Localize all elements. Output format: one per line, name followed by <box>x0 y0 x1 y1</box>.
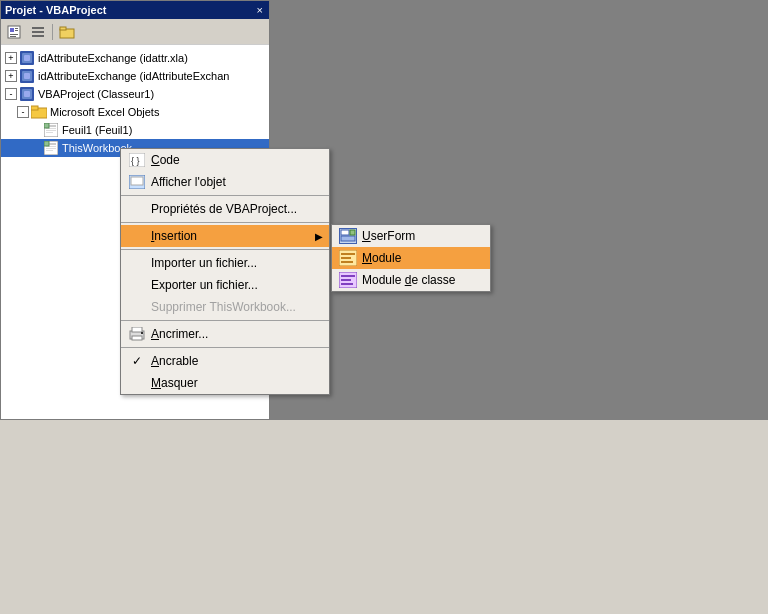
svg-rect-2 <box>15 28 18 29</box>
menu-label-masquer: Masquer <box>151 376 323 390</box>
tree-label: idAttributeExchange (idAttributeExchan <box>38 70 229 82</box>
check-icon: ✓ <box>127 354 147 368</box>
toolbar-btn-2[interactable] <box>27 22 49 42</box>
menu-item-insertion[interactable]: Insertion ▶ UserForm <box>121 225 329 247</box>
menu-label-afficher: Afficher l'objet <box>151 175 323 189</box>
menu-label-proprietes: Propriétés de VBAProject... <box>151 202 323 216</box>
svg-rect-40 <box>341 230 349 235</box>
project-icon <box>19 50 35 66</box>
menu-item-exporter[interactable]: Exporter un fichier... <box>121 274 329 296</box>
tree-item-idattrxchan[interactable]: + idAttributeExchange (idAttributeExchan <box>1 67 269 85</box>
svg-rect-25 <box>46 130 56 131</box>
tree-item-msexcel[interactable]: - Microsoft Excel Objets <box>1 103 269 121</box>
menu-item-ancrable[interactable]: ✓ Ancrable <box>121 350 329 372</box>
folder-icon <box>31 104 47 120</box>
project-icon <box>19 68 35 84</box>
svg-rect-49 <box>341 283 353 285</box>
panel-titlebar: Projet - VBAProject × <box>1 1 269 19</box>
bottom-area <box>0 420 768 614</box>
menu-separator-5 <box>121 347 329 348</box>
svg-rect-19 <box>24 91 30 97</box>
tree-label: idAttributeExchange (idattr.xla) <box>38 52 188 64</box>
svg-rect-16 <box>24 73 30 79</box>
svg-rect-10 <box>60 27 66 30</box>
svg-rect-32 <box>46 150 53 151</box>
svg-rect-4 <box>10 34 18 35</box>
tree-label: Feuil1 (Feuil1) <box>62 124 132 136</box>
blank-icon <box>127 255 147 271</box>
blank-icon <box>127 277 147 293</box>
tree-label: Microsoft Excel Objets <box>50 106 159 118</box>
tree-label: VBAProject (Classeur1) <box>38 88 154 100</box>
svg-rect-43 <box>341 253 355 255</box>
svg-rect-31 <box>46 148 56 149</box>
menu-separator-3 <box>121 249 329 250</box>
submenu-arrow: ▶ <box>315 231 323 242</box>
view-icon <box>127 174 147 190</box>
svg-rect-8 <box>32 35 44 37</box>
classmod-icon <box>338 272 358 288</box>
menu-label-module: Module <box>362 251 484 265</box>
userform-icon <box>338 228 358 244</box>
svg-rect-26 <box>46 132 53 133</box>
svg-rect-33 <box>44 141 49 146</box>
submenu-item-classmod[interactable]: Module de classe <box>332 269 490 291</box>
panel-title: Projet - VBAProject <box>5 4 106 16</box>
blank-icon <box>127 201 147 217</box>
panel-close-button[interactable]: × <box>255 4 265 16</box>
menu-label-insertion: Insertion <box>151 229 315 243</box>
svg-rect-13 <box>24 55 30 61</box>
module-icon <box>338 250 358 266</box>
svg-rect-44 <box>341 257 351 259</box>
print-icon <box>127 326 147 342</box>
menu-item-code[interactable]: { } Code <box>121 149 329 171</box>
sheet-icon <box>43 122 59 138</box>
svg-rect-1 <box>10 28 14 32</box>
svg-rect-5 <box>10 36 16 37</box>
svg-rect-47 <box>341 275 355 277</box>
menu-item-supprimer: Supprimer ThisWorkbook... <box>121 296 329 318</box>
expand-icon[interactable]: - <box>5 88 17 100</box>
svg-rect-53 <box>141 332 143 334</box>
menu-item-imprimer[interactable]: Ancrimer... <box>121 323 329 345</box>
menu-label-imprimer: Ancrimer... <box>151 327 323 341</box>
tree-view: + idAttributeExchange (idattr.xla) + <box>1 45 269 161</box>
menu-item-masquer[interactable]: Masquer <box>121 372 329 394</box>
menu-label-supprimer: Supprimer ThisWorkbook... <box>151 300 323 314</box>
submenu-item-module[interactable]: Module <box>332 247 490 269</box>
svg-rect-51 <box>132 327 142 332</box>
menu-separator-1 <box>121 195 329 196</box>
menu-item-importer[interactable]: Importer un fichier... <box>121 252 329 274</box>
svg-rect-48 <box>341 279 351 281</box>
svg-rect-6 <box>32 27 44 29</box>
svg-rect-37 <box>131 177 143 185</box>
menu-item-afficher[interactable]: Afficher l'objet <box>121 171 329 193</box>
submenu-item-userform[interactable]: UserForm <box>332 225 490 247</box>
svg-rect-27 <box>44 123 49 128</box>
blank-icon <box>127 228 147 244</box>
menu-label-ancrable: Ancrable <box>151 354 323 368</box>
svg-rect-21 <box>31 106 38 110</box>
toolbar-separator <box>52 24 53 40</box>
svg-rect-45 <box>341 261 353 263</box>
svg-rect-41 <box>350 230 355 235</box>
menu-label-importer: Importer un fichier... <box>151 256 323 270</box>
panel-toolbar <box>1 19 269 45</box>
toolbar-btn-1[interactable] <box>3 22 25 42</box>
menu-label-classmod: Module de classe <box>362 273 484 287</box>
expand-icon[interactable]: - <box>17 106 29 118</box>
tree-item-feuil1[interactable]: Feuil1 (Feuil1) <box>1 121 269 139</box>
menu-label-code: Code <box>151 153 323 167</box>
toolbar-btn-3[interactable] <box>56 22 78 42</box>
svg-rect-7 <box>32 31 44 33</box>
project-icon <box>19 86 35 102</box>
code-icon: { } <box>127 152 147 168</box>
menu-item-proprietes[interactable]: Propriétés de VBAProject... <box>121 198 329 220</box>
tree-item-idattr[interactable]: + idAttributeExchange (idattr.xla) <box>1 49 269 67</box>
expand-icon[interactable]: + <box>5 70 17 82</box>
menu-separator-4 <box>121 320 329 321</box>
expand-icon[interactable]: + <box>5 52 17 64</box>
tree-item-vbaproject[interactable]: - VBAProject (Classeur1) <box>1 85 269 103</box>
svg-rect-39 <box>341 236 355 241</box>
svg-rect-52 <box>132 336 142 340</box>
